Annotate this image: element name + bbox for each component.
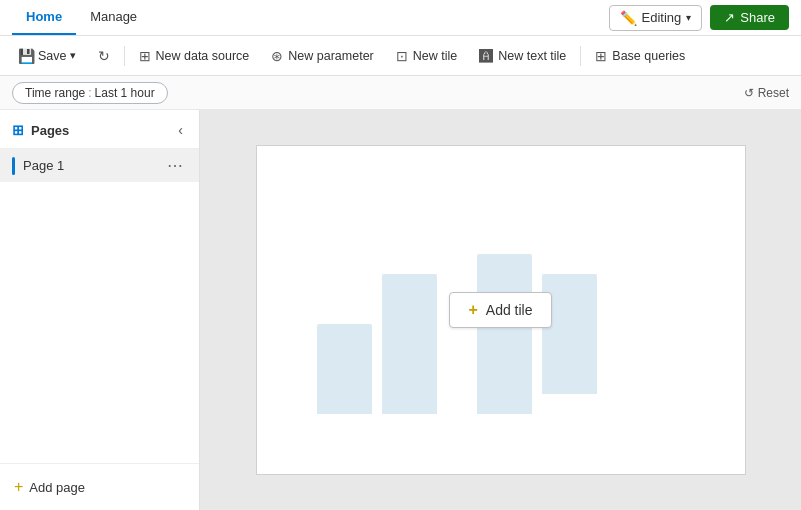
time-range-value: Last 1 hour <box>95 86 155 100</box>
bar-1 <box>317 324 372 414</box>
add-page-plus-icon: + <box>14 478 23 496</box>
chevron-down-icon: ▾ <box>686 12 691 23</box>
new-data-source-button[interactable]: ⊞ New data source <box>129 44 260 68</box>
reset-button[interactable]: ↺ Reset <box>744 86 789 100</box>
dashboard-canvas: + Add tile <box>256 145 746 475</box>
save-label: Save <box>38 49 67 63</box>
page-active-indicator <box>12 157 15 175</box>
new-tile-label: New tile <box>413 49 457 63</box>
share-button[interactable]: ↗ Share <box>710 5 789 30</box>
new-data-source-label: New data source <box>156 49 250 63</box>
save-button[interactable]: 💾 Save ▾ <box>8 44 86 68</box>
bar-3 <box>477 254 532 414</box>
sidebar: ⊞ Pages ‹ Page 1 ⋯ + Add page <box>0 110 200 510</box>
refresh-icon: ↻ <box>98 48 110 64</box>
add-tile-button[interactable]: + Add tile <box>449 292 551 328</box>
toolbar: 💾 Save ▾ ↻ ⊞ New data source ⊛ New param… <box>0 36 801 76</box>
top-bar: Home Manage ✏️ Editing ▾ ↗ Share <box>0 0 801 36</box>
pencil-icon: ✏️ <box>620 10 637 26</box>
base-queries-icon: ⊞ <box>595 48 607 64</box>
top-bar-actions: ✏️ Editing ▾ ↗ Share <box>609 5 789 31</box>
refresh-button[interactable]: ↻ <box>88 44 120 68</box>
pages-title: Pages <box>31 123 69 138</box>
main-content: ⊞ Pages ‹ Page 1 ⋯ + Add page <box>0 110 801 510</box>
new-parameter-label: New parameter <box>288 49 373 63</box>
new-text-tile-label: New text tile <box>498 49 566 63</box>
sidebar-title-area: ⊞ Pages <box>12 122 69 138</box>
time-range-separator: : <box>88 86 91 100</box>
sidebar-header: ⊞ Pages ‹ <box>0 110 199 149</box>
tab-home[interactable]: Home <box>12 0 76 35</box>
page-name: Page 1 <box>23 158 64 173</box>
collapse-sidebar-button[interactable]: ‹ <box>174 120 187 140</box>
save-dropdown-icon: ▾ <box>70 49 76 62</box>
time-range-prefix: Time range <box>25 86 85 100</box>
reset-icon: ↺ <box>744 86 754 100</box>
new-text-tile-button[interactable]: 🅰 New text tile <box>469 44 576 68</box>
filter-bar: Time range : Last 1 hour ↺ Reset <box>0 76 801 110</box>
editing-button[interactable]: ✏️ Editing ▾ <box>609 5 703 31</box>
toolbar-separator <box>124 46 125 66</box>
page-more-button[interactable]: ⋯ <box>163 156 187 175</box>
tab-list: Home Manage <box>12 0 151 35</box>
share-icon: ↗ <box>724 10 735 25</box>
sidebar-bottom: + Add page <box>0 463 199 510</box>
add-page-button[interactable]: + Add page <box>12 474 87 500</box>
page-item-left: Page 1 <box>12 157 64 175</box>
new-parameter-button[interactable]: ⊛ New parameter <box>261 44 383 68</box>
share-label: Share <box>740 10 775 25</box>
add-tile-plus-icon: + <box>468 301 477 319</box>
editing-label: Editing <box>642 10 682 25</box>
new-tile-button[interactable]: ⊡ New tile <box>386 44 467 68</box>
reset-label: Reset <box>758 86 789 100</box>
new-tile-icon: ⊡ <box>396 48 408 64</box>
canvas-area: + Add tile <box>200 110 801 510</box>
add-page-label: Add page <box>29 480 85 495</box>
page-item[interactable]: Page 1 ⋯ <box>0 149 199 182</box>
new-parameter-icon: ⊛ <box>271 48 283 64</box>
time-range-filter[interactable]: Time range : Last 1 hour <box>12 82 168 104</box>
bar-2 <box>382 274 437 414</box>
save-icon: 💾 <box>18 48 35 64</box>
new-text-tile-icon: 🅰 <box>479 48 493 64</box>
add-tile-label: Add tile <box>486 302 533 318</box>
new-data-source-icon: ⊞ <box>139 48 151 64</box>
base-queries-button[interactable]: ⊞ Base queries <box>585 44 695 68</box>
chart-illustration <box>317 254 597 414</box>
toolbar-separator-2 <box>580 46 581 66</box>
pages-icon: ⊞ <box>12 122 24 138</box>
tab-manage[interactable]: Manage <box>76 0 151 35</box>
base-queries-label: Base queries <box>612 49 685 63</box>
